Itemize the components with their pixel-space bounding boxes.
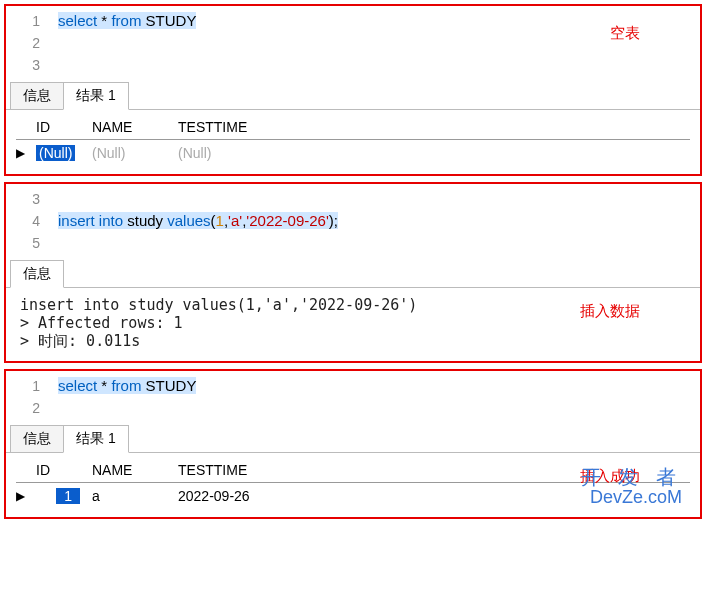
code-content[interactable]: insert into study values(1,'a','2022-09-…	[58, 210, 700, 232]
code-content[interactable]	[58, 32, 700, 54]
message-output: insert into study values(1,'a','2022-09-…	[6, 288, 700, 355]
tab-info[interactable]: 信息	[10, 82, 64, 110]
line-number: 4	[6, 210, 58, 232]
row-indicator-icon: ▶	[16, 489, 30, 503]
line-number: 3	[6, 54, 58, 76]
watermark-line1: 开 发 者	[581, 467, 682, 488]
line-number: 3	[6, 188, 58, 210]
col-testtime[interactable]: TESTTIME	[172, 119, 292, 135]
code-content[interactable]: select * from STUDY	[58, 10, 700, 32]
result-tabs: 信息	[6, 260, 700, 288]
code-line[interactable]: 1select * from STUDY	[6, 375, 700, 397]
sql-editor[interactable]: 1select * from STUDY2	[6, 371, 700, 425]
line-number: 1	[6, 375, 58, 397]
watermark: 开 发 者 DevZe.coM	[581, 467, 682, 507]
code-line[interactable]: 2	[6, 32, 700, 54]
code-line[interactable]: 2	[6, 397, 700, 419]
code-line[interactable]: 5	[6, 232, 700, 254]
code-content[interactable]	[58, 232, 700, 254]
code-line[interactable]: 3	[6, 188, 700, 210]
tab-result1[interactable]: 结果 1	[63, 82, 129, 110]
code-content[interactable]: select * from STUDY	[58, 375, 700, 397]
col-name[interactable]: NAME	[86, 462, 172, 478]
code-content[interactable]	[58, 188, 700, 210]
cell-testtime[interactable]: 2022-09-26	[172, 488, 292, 504]
line-number: 1	[6, 10, 58, 32]
panel-empty-table: 空表 1select * from STUDY23 信息 结果 1 ID NAM…	[4, 4, 702, 176]
annotation: 插入数据	[580, 302, 640, 321]
table-header-row: ID NAME TESTTIME	[16, 114, 690, 140]
sql-editor[interactable]: 1select * from STUDY23	[6, 6, 700, 82]
col-testtime[interactable]: TESTTIME	[172, 462, 292, 478]
tab-result1[interactable]: 结果 1	[63, 425, 129, 453]
cell-testtime[interactable]: (Null)	[172, 145, 292, 161]
result-grid: ID NAME TESTTIME ▶ (Null) (Null) (Null)	[6, 110, 700, 168]
code-content[interactable]	[58, 54, 700, 76]
tab-info[interactable]: 信息	[10, 425, 64, 453]
code-content[interactable]	[58, 397, 700, 419]
annotation: 空表	[610, 24, 640, 43]
code-line[interactable]: 1select * from STUDY	[6, 10, 700, 32]
col-id[interactable]: ID	[30, 119, 86, 135]
col-name[interactable]: NAME	[86, 119, 172, 135]
tab-info[interactable]: 信息	[10, 260, 64, 288]
result-tabs: 信息 结果 1	[6, 425, 700, 453]
line-number: 5	[6, 232, 58, 254]
sql-editor[interactable]: 34insert into study values(1,'a','2022-0…	[6, 184, 700, 260]
result-tabs: 信息 结果 1	[6, 82, 700, 110]
cell-name[interactable]: (Null)	[86, 145, 172, 161]
panel-insert: 插入数据 34insert into study values(1,'a','2…	[4, 182, 702, 363]
col-id[interactable]: ID	[30, 462, 86, 478]
code-line[interactable]: 3	[6, 54, 700, 76]
cell-id[interactable]: 1	[30, 488, 86, 504]
table-row[interactable]: ▶ (Null) (Null) (Null)	[16, 140, 690, 166]
code-line[interactable]: 4insert into study values(1,'a','2022-09…	[6, 210, 700, 232]
line-number: 2	[6, 32, 58, 54]
cell-name[interactable]: a	[86, 488, 172, 504]
row-indicator-icon: ▶	[16, 146, 30, 160]
line-number: 2	[6, 397, 58, 419]
panel-success: 插入成功 1select * from STUDY2 信息 结果 1 ID NA…	[4, 369, 702, 519]
cell-id[interactable]: (Null)	[30, 145, 86, 161]
watermark-line2: DevZe.coM	[581, 488, 682, 507]
